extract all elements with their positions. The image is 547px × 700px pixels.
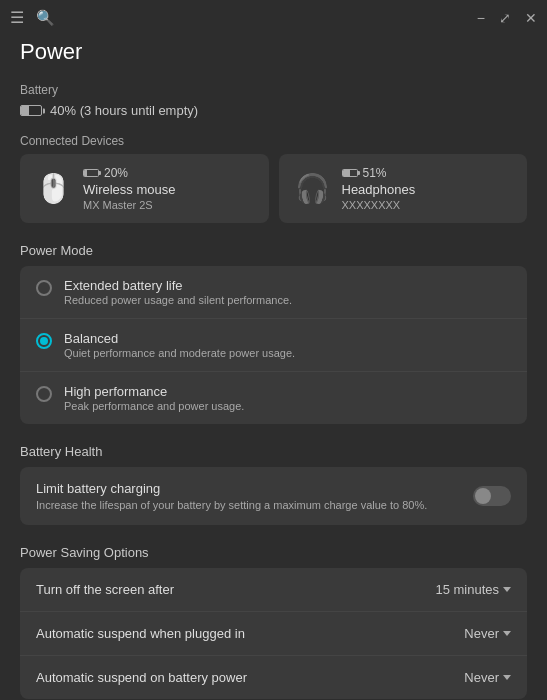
headphones-name: Headphones xyxy=(342,182,416,197)
auto-suspend-battery-row[interactable]: Automatic suspend on battery power Never xyxy=(20,656,527,699)
minimize-button[interactable]: − xyxy=(477,10,485,26)
auto-suspend-plugged-chevron xyxy=(503,631,511,636)
battery-text: 40% (3 hours until empty) xyxy=(50,103,198,118)
radio-balanced[interactable] xyxy=(36,333,52,349)
mouse-name: Wireless mouse xyxy=(83,182,175,197)
battery-health-header: Battery Health xyxy=(20,444,527,459)
power-mode-extended-label: Extended battery life xyxy=(64,278,292,293)
device-card-headphones: 🎧 51% Headphones XXXXXXXX xyxy=(279,154,528,223)
device-card-mouse: 🖱️ 20% Wireless mouse MX Master 2S xyxy=(20,154,269,223)
connected-devices: 🖱️ 20% Wireless mouse MX Master 2S 🎧 xyxy=(20,154,527,223)
headphones-battery-row: 51% xyxy=(342,166,416,180)
power-mode-box: Extended battery life Reduced power usag… xyxy=(20,266,527,424)
screen-off-value[interactable]: 15 minutes xyxy=(435,582,511,597)
auto-suspend-plugged-row[interactable]: Automatic suspend when plugged in Never xyxy=(20,612,527,656)
mouse-battery-icon xyxy=(83,169,99,177)
screen-off-chevron xyxy=(503,587,511,592)
auto-suspend-plugged-label: Automatic suspend when plugged in xyxy=(36,626,245,641)
battery-label: Battery xyxy=(20,83,527,97)
screen-off-label: Turn off the screen after xyxy=(36,582,174,597)
mouse-info: 20% Wireless mouse MX Master 2S xyxy=(83,166,175,211)
limit-charging-label: Limit battery charging xyxy=(36,481,461,496)
battery-health-box: Limit battery charging Increase the life… xyxy=(20,467,527,525)
power-mode-header: Power Mode xyxy=(20,243,527,258)
power-mode-high[interactable]: High performance Peak performance and po… xyxy=(20,372,527,424)
mouse-model: MX Master 2S xyxy=(83,199,175,211)
battery-row: 40% (3 hours until empty) xyxy=(20,103,527,118)
battery-icon xyxy=(20,105,42,116)
mouse-battery-pct: 20% xyxy=(104,166,128,180)
page-title: Power xyxy=(20,35,527,65)
search-icon[interactable]: 🔍 xyxy=(36,9,55,27)
headphones-battery-pct: 51% xyxy=(363,166,387,180)
power-mode-high-label: High performance xyxy=(64,384,244,399)
connected-devices-label: Connected Devices xyxy=(20,134,527,148)
auto-suspend-battery-chevron xyxy=(503,675,511,680)
mouse-icon: 🖱️ xyxy=(36,172,71,205)
power-mode-balanced[interactable]: Balanced Quiet performance and moderate … xyxy=(20,319,527,372)
mouse-battery-row: 20% xyxy=(83,166,175,180)
screen-off-val-text: 15 minutes xyxy=(435,582,499,597)
radio-extended[interactable] xyxy=(36,280,52,296)
power-mode-balanced-desc: Quiet performance and moderate power usa… xyxy=(64,347,295,359)
close-button[interactable]: ✕ xyxy=(525,10,537,26)
auto-suspend-plugged-value[interactable]: Never xyxy=(464,626,511,641)
headphones-info: 51% Headphones XXXXXXXX xyxy=(342,166,416,211)
main-content: Power Battery 40% (3 hours until empty) … xyxy=(0,35,547,700)
restore-button[interactable]: ⤢ xyxy=(499,10,511,26)
auto-suspend-plugged-val-text: Never xyxy=(464,626,499,641)
power-mode-extended[interactable]: Extended battery life Reduced power usag… xyxy=(20,266,527,319)
headphones-battery-icon xyxy=(342,169,358,177)
auto-suspend-battery-value[interactable]: Never xyxy=(464,670,511,685)
titlebar: ☰ 🔍 − ⤢ ✕ xyxy=(0,0,547,35)
power-mode-extended-desc: Reduced power usage and silent performan… xyxy=(64,294,292,306)
power-mode-balanced-label: Balanced xyxy=(64,331,295,346)
power-saving-box: Turn off the screen after 15 minutes Aut… xyxy=(20,568,527,699)
menu-icon[interactable]: ☰ xyxy=(10,8,24,27)
power-saving-header: Power Saving Options xyxy=(20,545,527,560)
headphones-model: XXXXXXXX xyxy=(342,199,416,211)
auto-suspend-battery-val-text: Never xyxy=(464,670,499,685)
limit-charging-toggle[interactable] xyxy=(473,486,511,506)
screen-off-row[interactable]: Turn off the screen after 15 minutes xyxy=(20,568,527,612)
auto-suspend-battery-label: Automatic suspend on battery power xyxy=(36,670,247,685)
headphones-icon: 🎧 xyxy=(295,172,330,205)
power-mode-high-desc: Peak performance and power usage. xyxy=(64,400,244,412)
radio-high[interactable] xyxy=(36,386,52,402)
limit-charging-desc: Increase the lifespan of your battery by… xyxy=(36,499,461,511)
